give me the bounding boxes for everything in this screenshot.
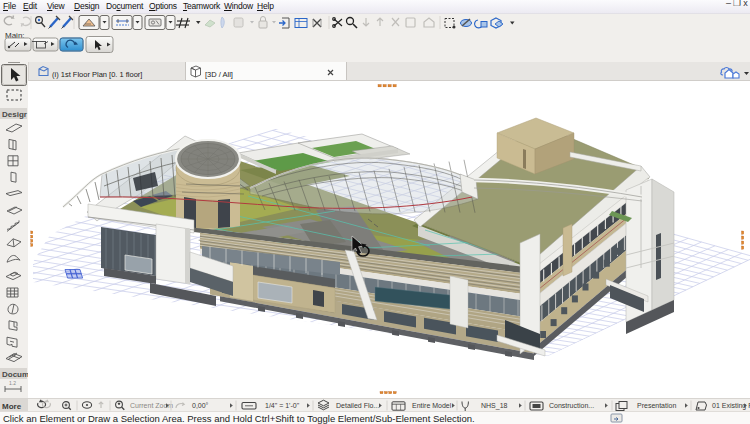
svg-text:NHS_18: NHS_18 — [481, 402, 508, 410]
svg-text:Construction...: Construction... — [549, 402, 594, 409]
svg-text:1.2: 1.2 — [9, 380, 16, 386]
svg-text:Presentation: Presentation — [637, 402, 676, 409]
svg-text:1/4" = 1'-0": 1/4" = 1'-0" — [265, 402, 300, 409]
svg-text:Docum: Docum — [2, 370, 28, 379]
svg-text:(i) 1st Floor Plan [0. 1 floor: (i) 1st Floor Plan [0. 1 floor] — [52, 70, 142, 79]
svg-text:Entire Model: Entire Model — [412, 402, 452, 409]
svg-text:More: More — [2, 402, 22, 411]
svg-text:Detailed Flo...: Detailed Flo... — [336, 402, 379, 409]
svg-text:[3D / All]: [3D / All] — [205, 70, 233, 79]
svg-text:Desigr: Desigr — [2, 110, 27, 119]
svg-text:0,00°: 0,00° — [192, 402, 209, 409]
